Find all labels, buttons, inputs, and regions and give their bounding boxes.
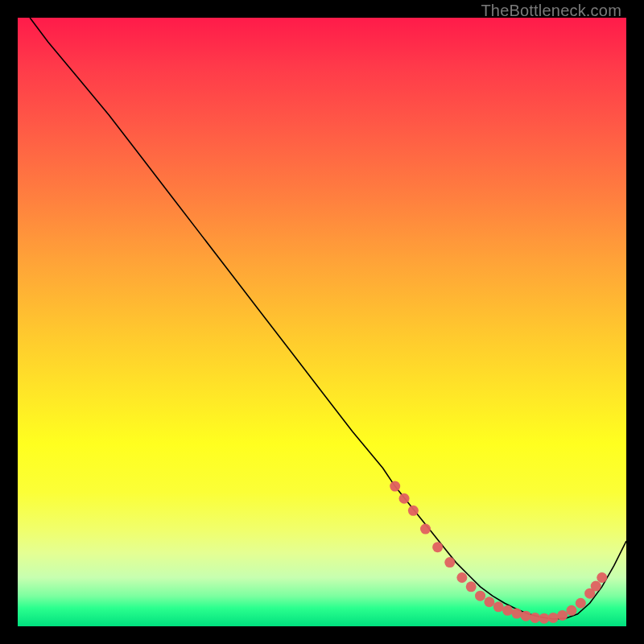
plot-area (18, 18, 626, 626)
data-marker (493, 601, 504, 612)
data-marker (566, 605, 576, 616)
data-marker (456, 572, 467, 583)
data-marker (420, 524, 431, 535)
data-marker (539, 613, 549, 624)
data-marker (484, 597, 494, 607)
marker-group (390, 481, 607, 624)
data-marker (521, 611, 531, 621)
chart-svg (18, 18, 626, 626)
data-marker (466, 581, 477, 592)
data-marker (530, 613, 540, 623)
data-marker (557, 610, 568, 621)
data-marker (408, 506, 419, 516)
data-marker (475, 591, 485, 601)
data-marker (444, 557, 455, 568)
data-marker (548, 613, 559, 623)
data-marker (591, 581, 601, 592)
data-marker (511, 609, 522, 619)
data-marker (576, 598, 586, 609)
data-marker (390, 481, 400, 492)
data-marker (432, 542, 443, 552)
chart-frame: TheBottleneck.com (0, 0, 644, 644)
data-marker (502, 605, 513, 616)
bottleneck-curve (30, 18, 626, 619)
data-marker (399, 493, 410, 504)
data-marker (597, 572, 607, 583)
